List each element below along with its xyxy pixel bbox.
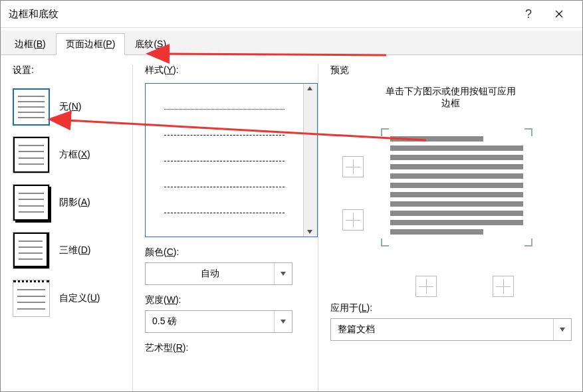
- setting-3d-thumb: [13, 232, 50, 269]
- chevron-down-icon: [274, 311, 292, 332]
- style-item-dotted[interactable]: [155, 110, 294, 136]
- style-item-solid[interactable]: [155, 84, 294, 110]
- dialog-window: 边框和底纹 ? 边框(B) 页面边框(P) 底纹(S) 设置: 无(N): [0, 0, 583, 392]
- preview-column: 预览 单击下方图示或使用按钮可应用 边框: [318, 64, 570, 391]
- setting-box[interactable]: 方框(X): [13, 131, 132, 179]
- setting-none[interactable]: 无(N): [13, 83, 132, 131]
- dialog-body: 设置: 无(N) 方框(X) 阴影(A): [1, 55, 582, 391]
- preview-hint: 单击下方图示或使用按钮可应用 边框: [330, 86, 570, 110]
- setting-3d-label: 三维(D): [59, 245, 90, 256]
- apply-label: 应用于(L):: [330, 302, 570, 314]
- help-button[interactable]: ?: [513, 1, 544, 27]
- titlebar: 边框和底纹 ?: [1, 1, 582, 28]
- width-dropdown[interactable]: 0.5 磅: [145, 310, 292, 333]
- setting-none-thumb: [13, 88, 50, 126]
- tab-bar: 边框(B) 页面边框(P) 底纹(S): [1, 31, 582, 55]
- color-dropdown[interactable]: 自动: [145, 262, 292, 285]
- tab-border[interactable]: 边框(B): [5, 33, 56, 55]
- setting-box-thumb: [13, 136, 50, 173]
- style-item-dashed-m[interactable]: [155, 161, 294, 187]
- setting-3d[interactable]: 三维(D): [13, 227, 132, 274]
- width-value: 0.5 磅: [146, 316, 274, 328]
- setting-shadow[interactable]: 阴影(A): [13, 179, 132, 227]
- settings-column: 设置: 无(N) 方框(X) 阴影(A): [13, 64, 132, 391]
- setting-none-label: 无(N): [59, 101, 81, 113]
- style-item-dashed-l[interactable]: [155, 187, 294, 213]
- style-title: 样式(Y):: [145, 64, 318, 76]
- border-top-button[interactable]: [342, 156, 364, 177]
- style-listbox[interactable]: [145, 83, 318, 237]
- setting-custom-label: 自定义(U): [59, 292, 100, 304]
- border-right-button[interactable]: [493, 276, 514, 297]
- tab-shading[interactable]: 底纹(S): [125, 33, 176, 55]
- setting-shadow-thumb: [13, 184, 50, 221]
- preview-area: [330, 136, 570, 276]
- setting-custom-thumb: [13, 280, 50, 317]
- art-label: 艺术型(R):: [145, 342, 318, 354]
- dialog-title: 边框和底纹: [9, 8, 513, 21]
- tab-page-border[interactable]: 页面边框(P): [56, 33, 126, 55]
- close-icon: [555, 10, 563, 18]
- style-column: 样式(Y): 颜色(C): 自动: [132, 64, 318, 391]
- apply-value: 整篇文档: [331, 324, 553, 336]
- chevron-down-icon: [274, 263, 292, 284]
- color-value: 自动: [146, 268, 274, 280]
- border-bottom-button[interactable]: [342, 209, 364, 231]
- style-items: [146, 84, 303, 237]
- style-item-dashdot[interactable]: [155, 213, 294, 237]
- setting-custom[interactable]: 自定义(U): [13, 274, 132, 322]
- setting-box-label: 方框(X): [59, 149, 90, 161]
- setting-shadow-label: 阴影(A): [59, 197, 90, 209]
- style-scrollbar[interactable]: [303, 84, 317, 237]
- settings-title: 设置:: [13, 64, 132, 76]
- color-label: 颜色(C):: [145, 246, 318, 258]
- close-button[interactable]: [544, 1, 574, 27]
- preview-page[interactable]: [390, 136, 523, 239]
- width-label: 宽度(W):: [145, 294, 318, 306]
- apply-dropdown[interactable]: 整篇文档: [330, 318, 572, 341]
- preview-title: 预览: [330, 64, 570, 76]
- border-left-button[interactable]: [415, 276, 437, 297]
- chevron-down-icon: [553, 319, 571, 340]
- style-item-dashed-s[interactable]: [155, 136, 294, 161]
